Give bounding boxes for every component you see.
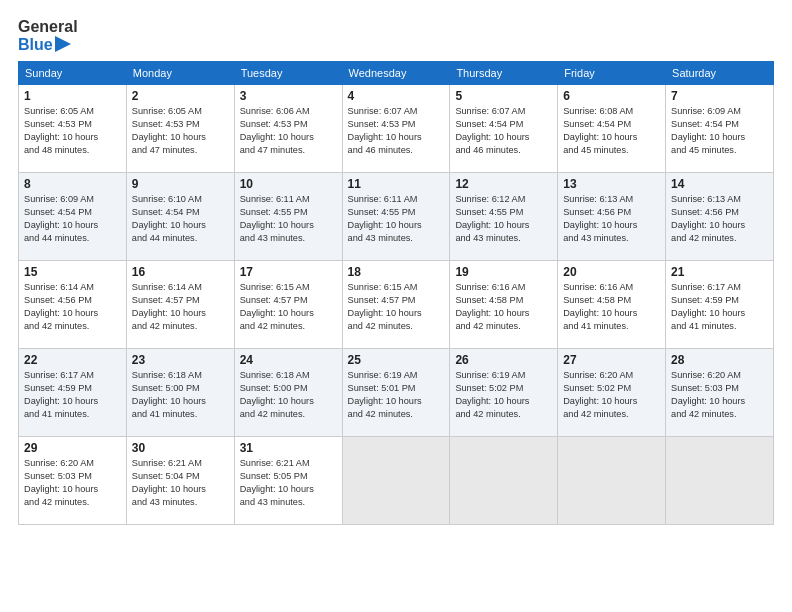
day-info: Sunrise: 6:19 AM Sunset: 5:02 PM Dayligh… — [455, 369, 552, 421]
day-number: 28 — [671, 353, 768, 367]
day-info: Sunrise: 6:17 AM Sunset: 4:59 PM Dayligh… — [671, 281, 768, 333]
day-info: Sunrise: 6:20 AM Sunset: 5:03 PM Dayligh… — [671, 369, 768, 421]
day-cell: 28Sunrise: 6:20 AM Sunset: 5:03 PM Dayli… — [666, 349, 774, 437]
day-number: 23 — [132, 353, 229, 367]
day-info: Sunrise: 6:20 AM Sunset: 5:02 PM Dayligh… — [563, 369, 660, 421]
day-info: Sunrise: 6:20 AM Sunset: 5:03 PM Dayligh… — [24, 457, 121, 509]
day-number: 27 — [563, 353, 660, 367]
day-number: 5 — [455, 89, 552, 103]
day-cell: 5Sunrise: 6:07 AM Sunset: 4:54 PM Daylig… — [450, 85, 558, 173]
day-number: 24 — [240, 353, 337, 367]
day-cell: 29Sunrise: 6:20 AM Sunset: 5:03 PM Dayli… — [19, 437, 127, 525]
day-cell: 11Sunrise: 6:11 AM Sunset: 4:55 PM Dayli… — [342, 173, 450, 261]
day-cell: 21Sunrise: 6:17 AM Sunset: 4:59 PM Dayli… — [666, 261, 774, 349]
day-cell: 7Sunrise: 6:09 AM Sunset: 4:54 PM Daylig… — [666, 85, 774, 173]
day-info: Sunrise: 6:18 AM Sunset: 5:00 PM Dayligh… — [132, 369, 229, 421]
day-number: 9 — [132, 177, 229, 191]
day-number: 30 — [132, 441, 229, 455]
day-info: Sunrise: 6:05 AM Sunset: 4:53 PM Dayligh… — [24, 105, 121, 157]
logo-general: General — [18, 18, 78, 36]
day-cell: 17Sunrise: 6:15 AM Sunset: 4:57 PM Dayli… — [234, 261, 342, 349]
day-number: 6 — [563, 89, 660, 103]
day-cell: 22Sunrise: 6:17 AM Sunset: 4:59 PM Dayli… — [19, 349, 127, 437]
day-number: 4 — [348, 89, 445, 103]
day-info: Sunrise: 6:18 AM Sunset: 5:00 PM Dayligh… — [240, 369, 337, 421]
day-number: 14 — [671, 177, 768, 191]
day-number: 22 — [24, 353, 121, 367]
day-cell: 20Sunrise: 6:16 AM Sunset: 4:58 PM Dayli… — [558, 261, 666, 349]
day-info: Sunrise: 6:15 AM Sunset: 4:57 PM Dayligh… — [348, 281, 445, 333]
day-number: 1 — [24, 89, 121, 103]
day-cell — [342, 437, 450, 525]
day-number: 31 — [240, 441, 337, 455]
day-cell: 23Sunrise: 6:18 AM Sunset: 5:00 PM Dayli… — [126, 349, 234, 437]
weekday-header-row: SundayMondayTuesdayWednesdayThursdayFrid… — [19, 62, 774, 85]
day-number: 11 — [348, 177, 445, 191]
day-number: 19 — [455, 265, 552, 279]
weekday-friday: Friday — [558, 62, 666, 85]
svg-marker-0 — [55, 36, 71, 52]
day-info: Sunrise: 6:05 AM Sunset: 4:53 PM Dayligh… — [132, 105, 229, 157]
day-info: Sunrise: 6:19 AM Sunset: 5:01 PM Dayligh… — [348, 369, 445, 421]
day-number: 13 — [563, 177, 660, 191]
weekday-saturday: Saturday — [666, 62, 774, 85]
day-cell: 4Sunrise: 6:07 AM Sunset: 4:53 PM Daylig… — [342, 85, 450, 173]
day-info: Sunrise: 6:14 AM Sunset: 4:57 PM Dayligh… — [132, 281, 229, 333]
day-info: Sunrise: 6:07 AM Sunset: 4:53 PM Dayligh… — [348, 105, 445, 157]
header: General Blue — [18, 18, 774, 53]
day-cell — [666, 437, 774, 525]
week-row-5: 29Sunrise: 6:20 AM Sunset: 5:03 PM Dayli… — [19, 437, 774, 525]
day-cell: 31Sunrise: 6:21 AM Sunset: 5:05 PM Dayli… — [234, 437, 342, 525]
day-cell: 12Sunrise: 6:12 AM Sunset: 4:55 PM Dayli… — [450, 173, 558, 261]
day-number: 8 — [24, 177, 121, 191]
week-row-3: 15Sunrise: 6:14 AM Sunset: 4:56 PM Dayli… — [19, 261, 774, 349]
day-info: Sunrise: 6:09 AM Sunset: 4:54 PM Dayligh… — [671, 105, 768, 157]
day-info: Sunrise: 6:08 AM Sunset: 4:54 PM Dayligh… — [563, 105, 660, 157]
day-number: 29 — [24, 441, 121, 455]
day-cell: 14Sunrise: 6:13 AM Sunset: 4:56 PM Dayli… — [666, 173, 774, 261]
calendar-body: 1Sunrise: 6:05 AM Sunset: 4:53 PM Daylig… — [19, 85, 774, 525]
day-number: 26 — [455, 353, 552, 367]
day-cell: 26Sunrise: 6:19 AM Sunset: 5:02 PM Dayli… — [450, 349, 558, 437]
day-cell: 6Sunrise: 6:08 AM Sunset: 4:54 PM Daylig… — [558, 85, 666, 173]
day-cell: 2Sunrise: 6:05 AM Sunset: 4:53 PM Daylig… — [126, 85, 234, 173]
day-cell — [450, 437, 558, 525]
day-number: 18 — [348, 265, 445, 279]
day-number: 20 — [563, 265, 660, 279]
day-info: Sunrise: 6:06 AM Sunset: 4:53 PM Dayligh… — [240, 105, 337, 157]
day-info: Sunrise: 6:13 AM Sunset: 4:56 PM Dayligh… — [671, 193, 768, 245]
day-cell: 1Sunrise: 6:05 AM Sunset: 4:53 PM Daylig… — [19, 85, 127, 173]
day-cell: 10Sunrise: 6:11 AM Sunset: 4:55 PM Dayli… — [234, 173, 342, 261]
day-cell: 8Sunrise: 6:09 AM Sunset: 4:54 PM Daylig… — [19, 173, 127, 261]
day-cell: 16Sunrise: 6:14 AM Sunset: 4:57 PM Dayli… — [126, 261, 234, 349]
weekday-monday: Monday — [126, 62, 234, 85]
day-number: 12 — [455, 177, 552, 191]
weekday-wednesday: Wednesday — [342, 62, 450, 85]
day-info: Sunrise: 6:16 AM Sunset: 4:58 PM Dayligh… — [455, 281, 552, 333]
weekday-thursday: Thursday — [450, 62, 558, 85]
logo-arrow-icon — [55, 36, 71, 52]
day-number: 17 — [240, 265, 337, 279]
logo: General Blue — [18, 18, 78, 53]
day-info: Sunrise: 6:07 AM Sunset: 4:54 PM Dayligh… — [455, 105, 552, 157]
weekday-sunday: Sunday — [19, 62, 127, 85]
day-info: Sunrise: 6:17 AM Sunset: 4:59 PM Dayligh… — [24, 369, 121, 421]
day-number: 10 — [240, 177, 337, 191]
day-cell: 18Sunrise: 6:15 AM Sunset: 4:57 PM Dayli… — [342, 261, 450, 349]
week-row-2: 8Sunrise: 6:09 AM Sunset: 4:54 PM Daylig… — [19, 173, 774, 261]
weekday-tuesday: Tuesday — [234, 62, 342, 85]
day-number: 15 — [24, 265, 121, 279]
day-number: 16 — [132, 265, 229, 279]
week-row-1: 1Sunrise: 6:05 AM Sunset: 4:53 PM Daylig… — [19, 85, 774, 173]
day-info: Sunrise: 6:15 AM Sunset: 4:57 PM Dayligh… — [240, 281, 337, 333]
day-cell: 30Sunrise: 6:21 AM Sunset: 5:04 PM Dayli… — [126, 437, 234, 525]
day-cell — [558, 437, 666, 525]
day-cell: 13Sunrise: 6:13 AM Sunset: 4:56 PM Dayli… — [558, 173, 666, 261]
day-info: Sunrise: 6:16 AM Sunset: 4:58 PM Dayligh… — [563, 281, 660, 333]
day-info: Sunrise: 6:14 AM Sunset: 4:56 PM Dayligh… — [24, 281, 121, 333]
day-cell: 15Sunrise: 6:14 AM Sunset: 4:56 PM Dayli… — [19, 261, 127, 349]
day-info: Sunrise: 6:12 AM Sunset: 4:55 PM Dayligh… — [455, 193, 552, 245]
calendar: SundayMondayTuesdayWednesdayThursdayFrid… — [18, 61, 774, 525]
day-cell: 27Sunrise: 6:20 AM Sunset: 5:02 PM Dayli… — [558, 349, 666, 437]
day-info: Sunrise: 6:21 AM Sunset: 5:05 PM Dayligh… — [240, 457, 337, 509]
